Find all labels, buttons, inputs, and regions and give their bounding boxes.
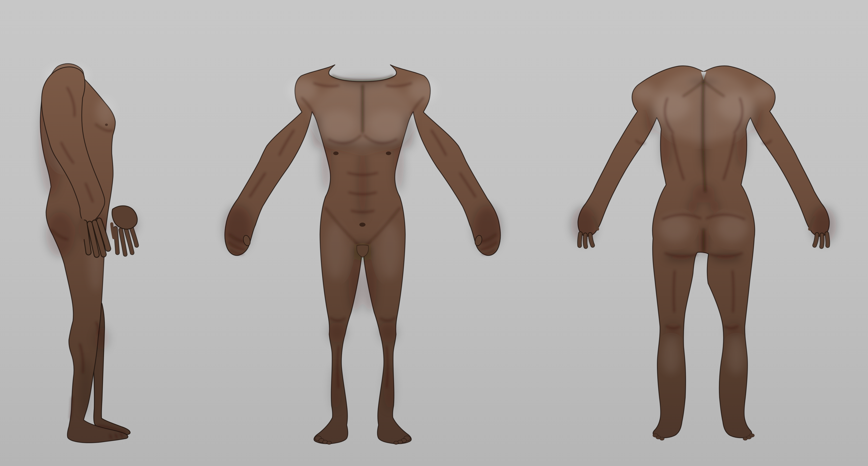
front-right-nipple xyxy=(386,152,391,155)
front-navel xyxy=(359,223,366,227)
render-canvas[interactable] xyxy=(0,0,868,466)
front-left-nipple xyxy=(333,152,339,155)
sculpt-viewport[interactable] xyxy=(0,0,868,466)
side-nipple xyxy=(105,124,108,126)
side-near-hand-fingers xyxy=(82,221,108,255)
